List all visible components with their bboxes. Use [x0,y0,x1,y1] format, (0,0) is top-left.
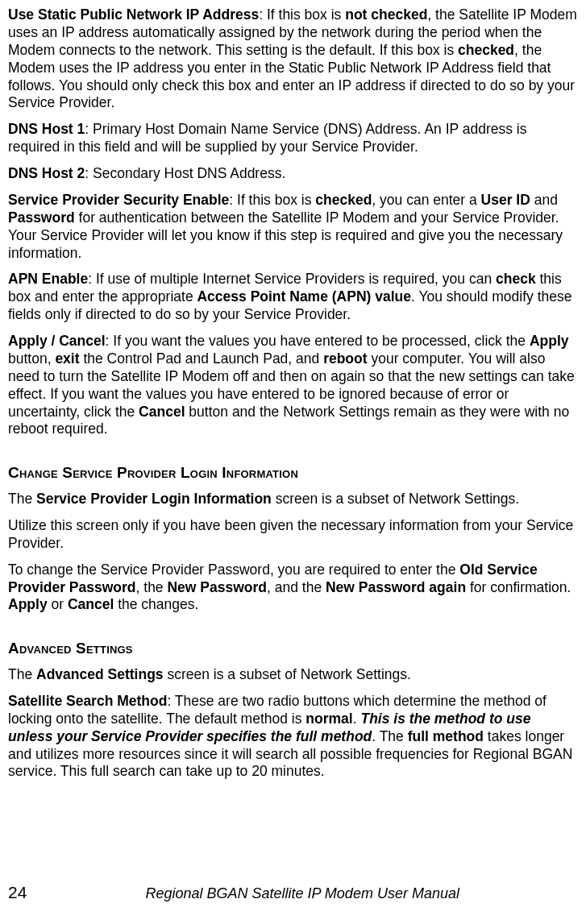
heading-change-login: Change Service Provider Login Informatio… [8,463,578,483]
page-footer: 24 Regional BGAN Satellite IP Modem User… [8,882,578,903]
paragraph-apn-enable: APN Enable: If use of multiple Internet … [8,271,578,324]
paragraph-dns-host-2: DNS Host 2: Secondary Host DNS Address. [8,165,578,183]
label-static-ip: Use Static Public Network IP Address [8,6,259,23]
heading-advanced-settings: Advanced Settings [8,639,578,658]
paragraph-dns-host-1: DNS Host 1: Primary Host Domain Name Ser… [8,121,578,156]
label-security-enable: Service Provider Security Enable [8,192,229,208]
paragraph-advanced-intro: The Advanced Settings screen is a subset… [8,666,578,684]
page-number: 24 [8,882,27,903]
paragraph-apply-cancel: Apply / Cancel: If you want the values y… [8,333,578,438]
paragraph-satellite-search: Satellite Search Method: These are two r… [8,693,578,781]
paragraph-login-change: To change the Service Provider Password,… [8,561,578,615]
label-apn-enable: APN Enable [8,271,88,287]
label-dns-host-2: DNS Host 2 [8,165,85,181]
paragraph-login-intro: The Service Provider Login Information s… [8,491,578,508]
label-apply-cancel: Apply / Cancel [8,333,106,349]
footer-title: Regional BGAN Satellite IP Modem User Ma… [27,885,578,903]
paragraph-login-note: Utilize this screen only if you have bee… [8,517,578,553]
label-dns-host-1: DNS Host 1 [8,121,85,137]
label-satellite-search: Satellite Search Method [8,693,167,709]
paragraph-static-ip: Use Static Public Network IP Address: If… [8,6,578,112]
page-body: Use Static Public Network IP Address: If… [8,6,578,789]
paragraph-security-enable: Service Provider Security Enable: If thi… [8,192,578,263]
